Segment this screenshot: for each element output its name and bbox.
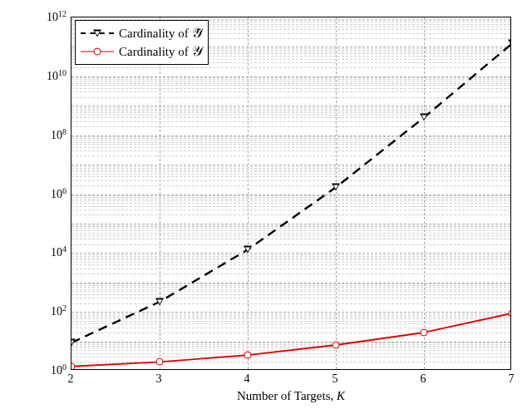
marker-circle [421, 328, 428, 336]
legend-text-1-prefix: Cardinality of [119, 27, 191, 40]
plot-area [71, 17, 511, 370]
legend-row-1: Cardinality of 𝒴̄ [81, 24, 201, 42]
marker-triangle-down [71, 339, 76, 347]
legend-text-2-symbol: 𝒴 [191, 43, 201, 59]
marker-triangle-down [155, 298, 164, 306]
x-tick-5: 5 [323, 372, 347, 386]
legend-text-2: Cardinality of 𝒴 [119, 43, 201, 60]
y-tick-e2: 102 [8, 303, 66, 319]
legend-text-1: Cardinality of 𝒴̄ [119, 25, 201, 42]
marker-triangle-down [420, 114, 428, 121]
marker-triangle-down [244, 246, 252, 254]
triangle-down-icon [81, 28, 114, 38]
x-tick-3: 3 [146, 372, 171, 386]
legend: Cardinality of 𝒴̄ Cardinality of 𝒴 [75, 20, 209, 65]
y-tick-e0: 100 [8, 362, 66, 378]
chart-stage: Cardinality of Feasible Data Association… [0, 0, 532, 419]
marker-circle [156, 358, 164, 366]
legend-row-2: Cardinality of 𝒴 [81, 42, 201, 61]
legend-text-1-symbol: 𝒴̄ [191, 25, 201, 41]
y-tick-e6: 106 [8, 185, 66, 201]
x-tick-7: 7 [499, 372, 524, 386]
marker-triangle-down [508, 40, 511, 47]
y-tick-e12: 1012 [8, 9, 66, 25]
y-tick-e10: 1010 [8, 67, 66, 83]
series-lines-svg [71, 17, 511, 370]
series-ybar-line [71, 43, 511, 343]
marker-circle [332, 342, 340, 349]
y-tick-e4: 104 [8, 244, 66, 260]
x-axis-label-text: Number of Targets, [237, 389, 337, 402]
series-y-line [71, 313, 511, 367]
marker-triangle-down [332, 184, 340, 191]
marker-circle [509, 309, 512, 317]
x-axis-label-k: K [337, 389, 345, 402]
x-tick-6: 6 [411, 372, 436, 386]
legend-text-2-prefix: Cardinality of [119, 45, 191, 58]
marker-circle [244, 352, 252, 359]
circle-icon [81, 47, 114, 57]
x-tick-4: 4 [234, 372, 259, 386]
y-tick-e8: 108 [8, 126, 66, 142]
x-axis-label: Number of Targets, K [71, 389, 511, 403]
